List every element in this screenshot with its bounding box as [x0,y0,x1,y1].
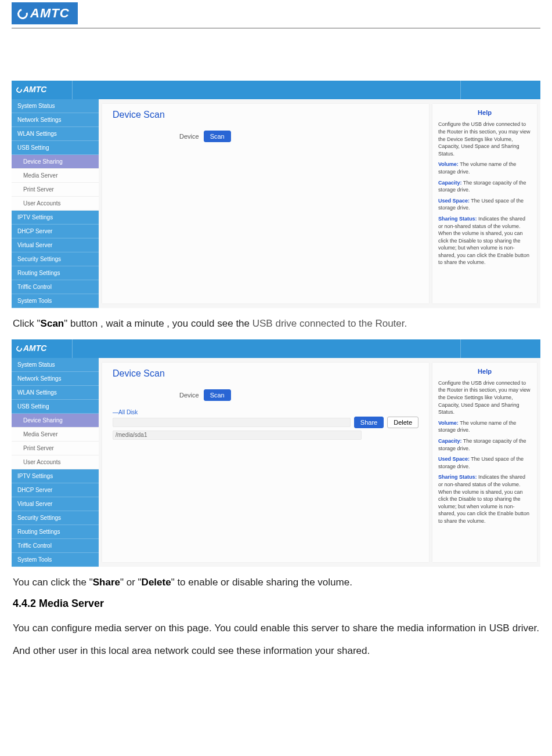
help-term: Volume: The volume name of the storage d… [438,419,531,434]
shot-logo: AMTC [12,339,72,358]
sidebar-item-wlan-settings[interactable]: WLAN Settings [12,127,99,141]
help-term-name: Volume: [438,161,459,167]
sidebar-item-iptv-settings[interactable]: IPTV Settings [12,469,99,483]
help-panel: HelpConfigure the USB drive connected to… [432,104,537,303]
sidebar: System StatusNetwork SettingsWLAN Settin… [12,99,99,308]
paragraph-1: Click "Scan" button , wait a minute , yo… [13,316,539,331]
topbar-fill [72,81,460,99]
sidebar-item-user-accounts[interactable]: User Accounts [12,197,99,211]
help-term: Capacity: The storage capacity of the st… [438,179,531,194]
topbar-right [460,81,540,99]
sidebar-item-iptv-settings[interactable]: IPTV Settings [12,211,99,225]
sidebar-item-routing-settings[interactable]: Routing Settings [12,525,99,539]
sidebar-item-print-server[interactable]: Print Server [12,183,99,197]
doc-header: AMTC [0,0,552,24]
scan-button[interactable]: Scan [204,389,231,401]
topbar-right [460,339,540,358]
sidebar-item-triffic-control[interactable]: Triffic Control [12,280,99,294]
swirl-icon [16,7,30,21]
sidebar-item-system-status[interactable]: System Status [12,99,99,113]
help-intro: Configure the USB drive connected to the… [438,121,531,157]
p1-pre: Click " [13,318,41,329]
screenshot-1: AMTC System StatusNetwork SettingsWLAN S… [12,81,540,308]
delete-button[interactable]: Delete [387,417,418,428]
paragraph-2: You can click the "Share" or "Delete" to… [13,575,539,590]
sidebar-item-media-server[interactable]: Media Server [12,169,99,183]
all-disk-text: All Disk [118,409,138,415]
sidebar: System StatusNetwork SettingsWLAN Settin… [12,358,99,567]
sidebar-item-network-settings[interactable]: Network Settings [12,372,99,386]
p2-b: " or " [120,577,142,588]
disk-path-row: /media/sda1 [113,431,418,440]
sidebar-item-network-settings[interactable]: Network Settings [12,113,99,127]
screenshot-body: System StatusNetwork SettingsWLAN Settin… [12,358,540,567]
brand-logo: AMTC [12,2,78,24]
swirl-icon [15,86,23,94]
sidebar-item-virtual-server[interactable]: Virtual Server [12,238,99,252]
screenshot-topbar: AMTC [12,81,540,99]
sidebar-item-device-sharing[interactable]: Device Sharing [12,414,99,428]
sidebar-item-system-tools[interactable]: System Tools [12,294,99,308]
sidebar-item-security-settings[interactable]: Security Settings [12,511,99,525]
help-term-name: Sharing Status: [438,216,477,222]
screenshot-body: System StatusNetwork SettingsWLAN Settin… [12,99,540,308]
sidebar-item-virtual-server[interactable]: Virtual Server [12,497,99,511]
shot-logo-text: AMTC [23,343,46,353]
share-button[interactable]: Share [354,417,384,428]
sidebar-item-usb-setting[interactable]: USB Setting [12,141,99,155]
device-row: Device Scan [179,389,418,401]
disk-block: —All Disk Share Delete /media/sda1 [113,408,418,440]
sidebar-item-print-server[interactable]: Print Server [12,442,99,455]
p2-c: " to enable or disable sharing the volum… [171,577,352,588]
disk-path: /media/sda1 [113,431,362,440]
help-term: Volume: The volume name of the storage d… [438,161,531,175]
shot-logo: AMTC [12,81,72,99]
topbar-fill [72,339,460,358]
help-title: Help [438,367,531,376]
device-row: Device Scan [179,131,418,142]
help-term-name: Volume: [438,420,459,426]
sidebar-item-security-settings[interactable]: Security Settings [12,252,99,266]
help-term-name: Used Space: [438,198,470,204]
help-term-name: Used Space: [438,456,470,462]
sidebar-item-system-tools[interactable]: System Tools [12,553,99,567]
help-term: Sharing Status: Indicates the shared or … [438,473,531,525]
panel-title: Device Scan [113,368,418,379]
spacer [0,28,552,81]
sidebar-item-dhcp-server[interactable]: DHCP Server [12,225,99,238]
panel-title: Device Scan [113,110,418,120]
shot-logo-text: AMTC [23,85,46,94]
paragraph-3: You can configure media server on this p… [13,617,539,662]
p2-bold1: Share [93,577,120,588]
screenshot-topbar: AMTC [12,339,540,358]
scan-button[interactable]: Scan [204,131,231,142]
help-panel: HelpConfigure the USB drive connected to… [432,363,537,562]
device-label: Device [179,392,199,399]
sidebar-item-media-server[interactable]: Media Server [12,428,99,442]
disk-bar-empty [113,418,351,427]
sidebar-item-dhcp-server[interactable]: DHCP Server [12,483,99,497]
p1-post: " button , wait a minute , you could see… [64,318,252,329]
main-panel: Device Scan Device Scan [102,104,429,303]
swirl-icon [15,345,23,353]
screenshot-2: AMTC System StatusNetwork SettingsWLAN S… [12,339,540,567]
sidebar-item-usb-setting[interactable]: USB Setting [12,400,99,414]
sidebar-item-user-accounts[interactable]: User Accounts [12,455,99,469]
sidebar-item-system-status[interactable]: System Status [12,358,99,372]
brand-text: AMTC [30,6,70,20]
sidebar-item-wlan-settings[interactable]: WLAN Settings [12,386,99,400]
help-term: Sharing Status: Indicates the shared or … [438,215,531,266]
sidebar-item-routing-settings[interactable]: Routing Settings [12,266,99,280]
help-term-name: Sharing Status: [438,474,477,480]
help-title: Help [438,108,531,117]
help-intro: Configure the USB drive connected to the… [438,379,531,416]
disk-header-row: Share Delete [113,417,418,428]
sidebar-item-device-sharing[interactable]: Device Sharing [12,155,99,169]
p1-bold: Scan [41,318,64,329]
help-term-name: Capacity: [438,438,462,444]
device-label: Device [179,133,199,140]
sidebar-item-triffic-control[interactable]: Triffic Control [12,539,99,553]
p2-a: You can click the " [13,577,93,588]
help-term-name: Capacity: [438,180,462,186]
p2-bold2: Delete [142,577,171,588]
